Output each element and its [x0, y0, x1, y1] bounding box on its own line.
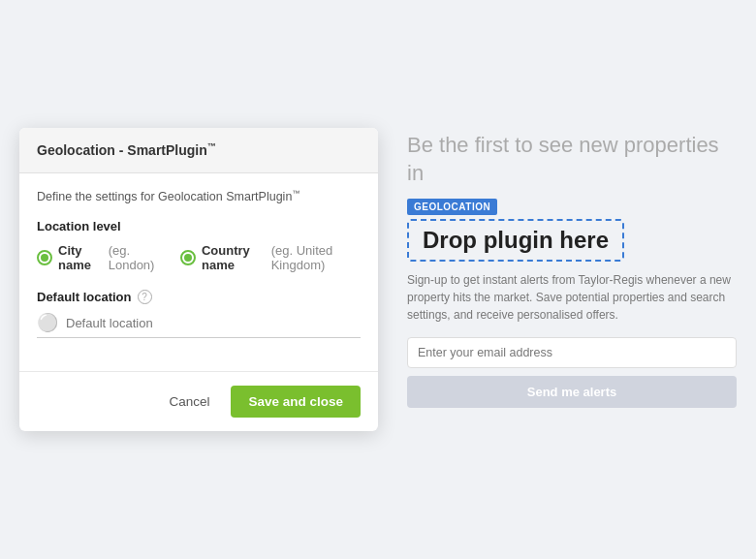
dialog-header: Geolocation - SmartPlugin™ [19, 128, 378, 173]
drop-plugin-text: Drop plugin here [423, 227, 609, 253]
send-alerts-button[interactable]: Send me alerts [407, 376, 737, 408]
radio-country-label: Country name [202, 243, 266, 272]
dialog-footer: Cancel Save and close [19, 372, 378, 431]
panel-description: Sign-up to get instant alerts from Taylo… [407, 271, 737, 324]
email-input[interactable] [407, 337, 737, 368]
drop-plugin-wrapper[interactable]: Drop plugin here [407, 219, 624, 262]
geo-badge: GEOLOCATION [407, 199, 497, 215]
panel-headline: Be the first to see new properties in [407, 132, 737, 187]
right-panel: Be the first to see new properties in GE… [407, 128, 737, 408]
radio-city-dot [37, 250, 52, 265]
help-icon[interactable]: ? [138, 290, 152, 304]
default-location-field[interactable] [66, 316, 361, 330]
globe-icon: ⚪ [37, 314, 58, 331]
dialog: Geolocation - SmartPlugin™ Define the se… [19, 128, 378, 431]
page-wrapper: Geolocation - SmartPlugin™ Define the se… [19, 128, 737, 431]
default-location-label: Default location [37, 290, 132, 304]
radio-country-hint: (eg. United Kingdom) [271, 243, 361, 272]
radio-city[interactable]: City name (eg. London) [37, 243, 161, 272]
radio-country[interactable]: Country name (eg. United Kingdom) [180, 243, 361, 272]
cancel-button[interactable]: Cancel [159, 387, 219, 417]
radio-group: City name (eg. London) Country name (eg.… [37, 243, 361, 272]
dialog-body: Define the settings for Geolocation Smar… [19, 173, 378, 371]
dialog-description: Define the settings for Geolocation Smar… [37, 189, 361, 203]
radio-city-label: City name [58, 243, 103, 272]
radio-city-hint: (eg. London) [109, 243, 161, 272]
default-location-input-wrapper: ⚪ [37, 314, 361, 338]
default-location-row: Default location ? [37, 290, 361, 304]
radio-country-dot [180, 250, 196, 265]
dialog-title: Geolocation - SmartPlugin™ [37, 142, 216, 158]
save-button[interactable]: Save and close [231, 386, 361, 418]
location-level-label: Location level [37, 219, 361, 233]
